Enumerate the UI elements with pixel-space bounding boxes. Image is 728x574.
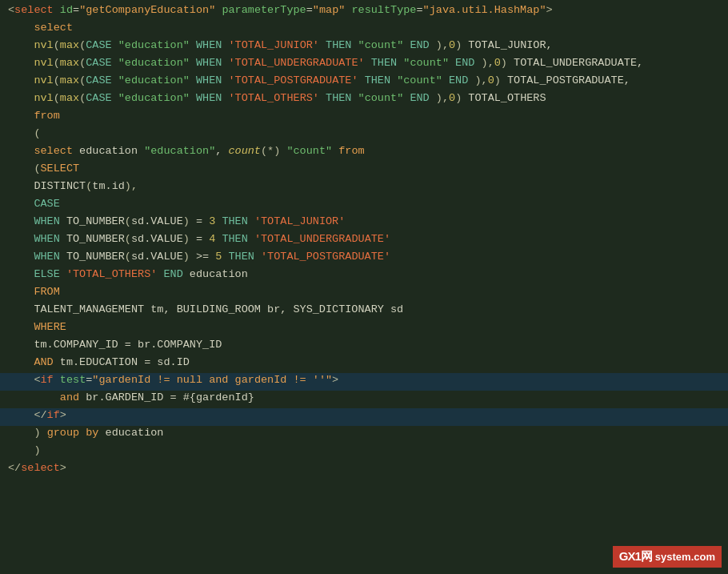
watermark-text: system.com: [655, 551, 715, 563]
code-line: select: [0, 21, 728, 38]
watermark: GX1网 system.com: [613, 546, 722, 568]
code-line-selected: <if test="gardenId != null and gardenId …: [0, 373, 728, 391]
code-line: (: [0, 126, 728, 144]
code-editor: <select id="getCompanyEducation" paramet…: [0, 0, 728, 574]
code-line: nvl(max(CASE "education" WHEN 'TOTAL_OTH…: [0, 91, 728, 109]
code-line: from: [0, 109, 728, 126]
code-line: WHERE: [0, 320, 728, 338]
code-line: (SELECT: [0, 162, 728, 179]
code-line: ) group by education: [0, 426, 728, 444]
code-line: FROM: [0, 285, 728, 303]
code-line: AND tm.EDUCATION = sd.ID: [0, 355, 728, 373]
code-line: tm.COMPANY_ID = br.COMPANY_ID: [0, 338, 728, 355]
code-line: nvl(max(CASE "education" WHEN 'TOTAL_POS…: [0, 74, 728, 91]
code-line: TALENT_MANAGEMENT tm, BUILDING_ROOM br, …: [0, 303, 728, 320]
code-line: WHEN TO_NUMBER(sd.VALUE) >= 5 THEN 'TOTA…: [0, 250, 728, 267]
code-line: <select id="getCompanyEducation" paramet…: [0, 3, 728, 21]
code-line-end-selected: </if>: [0, 408, 728, 426]
code-line: nvl(max(CASE "education" WHEN 'TOTAL_UND…: [0, 56, 728, 74]
tag-open: <: [8, 4, 14, 16]
code-line: WHEN TO_NUMBER(sd.VALUE) = 4 THEN 'TOTAL…: [0, 232, 728, 250]
watermark-logo: GX1网: [619, 549, 652, 564]
code-line: select education "education", count(*) "…: [0, 144, 728, 162]
code-line: ELSE 'TOTAL_OTHERS' END education: [0, 267, 728, 285]
code-line: ): [0, 444, 728, 461]
code-line: and br.GARDEN_ID = #{gardenId}: [0, 391, 728, 408]
code-line: CASE: [0, 197, 728, 215]
code-line: nvl(max(CASE "education" WHEN 'TOTAL_JUN…: [0, 38, 728, 56]
code-line: DISTINCT(tm.id),: [0, 179, 728, 197]
code-line: </select>: [0, 461, 728, 479]
code-line: WHEN TO_NUMBER(sd.VALUE) = 3 THEN 'TOTAL…: [0, 215, 728, 232]
